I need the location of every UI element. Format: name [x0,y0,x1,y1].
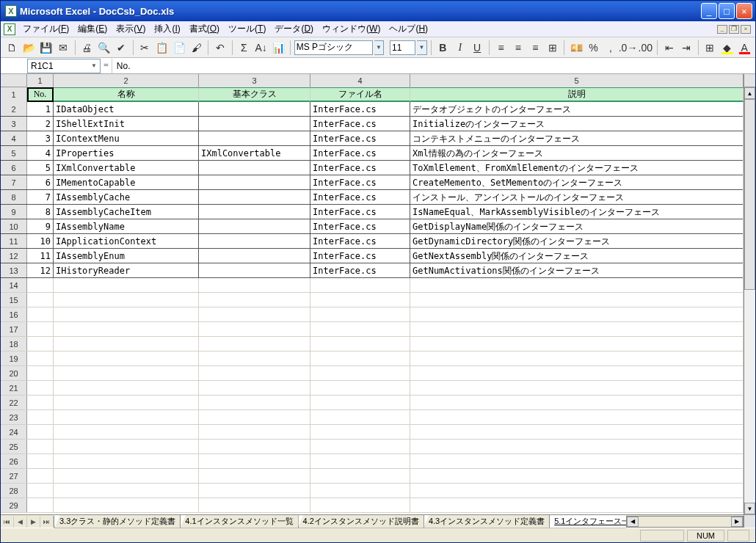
cell-base[interactable] [199,161,310,175]
cell[interactable] [310,307,410,322]
fill-color-button[interactable]: ◆ [719,40,735,56]
row-header[interactable]: 14 [1,278,27,292]
cell[interactable] [410,366,744,381]
chart-button[interactable]: 📊 [270,40,286,56]
mdi-restore-button[interactable]: ❐ [729,25,739,34]
cell[interactable] [54,381,199,396]
cell[interactable] [410,351,744,366]
merge-button[interactable]: ⊞ [545,40,560,56]
hscroll-right-button[interactable]: ▶ [731,517,743,527]
cell-no[interactable]: 5 [27,161,54,175]
row-header[interactable]: 20 [1,366,27,380]
cell[interactable] [199,498,310,513]
cell[interactable] [410,322,744,337]
cell-file[interactable]: InterFace.cs [310,102,410,117]
fontsize-selector[interactable]: 11 [390,40,415,55]
cell-file[interactable]: InterFace.cs [310,249,410,263]
row-header[interactable]: 29 [1,498,27,512]
cell-desc[interactable]: GetDynamicDirectory関係のインターフェース [410,234,744,249]
cell-name[interactable]: IHistoryReader [54,263,199,278]
name-dropdown-icon[interactable]: ▼ [91,62,97,69]
cell[interactable] [54,322,199,337]
cell-desc[interactable]: Xml情報の為のインターフェース [410,146,744,161]
cell-name[interactable]: IXmlConvertable [54,161,199,175]
cell[interactable] [410,484,744,498]
formula-input[interactable]: No. [112,59,755,73]
tab-next-button[interactable]: ▶ [27,516,40,528]
vertical-scrollbar[interactable]: ▲ ▼ [744,74,755,528]
inc-indent-button[interactable]: ⇥ [678,40,694,56]
cell[interactable] [410,425,744,440]
align-center-button[interactable]: ≡ [510,40,526,56]
cell-no[interactable]: 1 [27,102,54,117]
cell[interactable] [27,278,54,293]
spellcheck-button[interactable]: ✔ [113,40,128,56]
cell-no[interactable]: 4 [27,146,54,161]
cell-name[interactable]: IDataObject [54,102,199,117]
row-header[interactable]: 22 [1,396,27,409]
cell-desc[interactable]: データオブジェクトのインターフェース [410,102,744,117]
mdi-minimize-button[interactable]: _ [717,25,727,34]
cell[interactable] [310,410,410,425]
row-header[interactable]: 6 [1,161,27,175]
cell[interactable] [54,454,199,469]
cell[interactable] [310,469,410,484]
cell-base[interactable] [199,234,310,249]
fx-icon[interactable]: = [103,60,109,71]
bold-button[interactable]: B [435,40,451,56]
cell[interactable] [27,307,54,322]
tab-prev-button[interactable]: ◀ [14,516,27,528]
cell[interactable] [27,337,54,351]
currency-button[interactable]: 💴 [568,40,584,56]
cell-base[interactable]: IXmlConvertable [199,146,310,161]
menu-h[interactable]: ヘルプ(H) [385,21,432,37]
cell[interactable] [199,278,310,293]
cell-no[interactable]: 2 [27,117,54,131]
cell[interactable] [310,322,410,337]
cell[interactable] [199,351,310,366]
print-button[interactable]: 🖨 [79,40,95,56]
cell-name[interactable]: IApplicationContext [54,234,199,249]
preview-button[interactable]: 🔍 [96,40,112,56]
menu-o[interactable]: 書式(O) [185,21,224,37]
name-box[interactable]: R1C1 ▼ [27,59,101,73]
cell[interactable] [410,410,744,425]
cell-file[interactable]: InterFace.cs [310,263,410,278]
align-left-button[interactable]: ≡ [493,40,509,56]
cell-file[interactable]: InterFace.cs [310,146,410,161]
cell[interactable] [410,278,744,293]
row-header[interactable]: 12 [1,249,27,263]
vscroll-track[interactable] [744,99,755,503]
cell[interactable] [410,469,744,484]
cell[interactable] [410,440,744,454]
cell[interactable] [54,484,199,498]
col-header-3[interactable]: 3 [199,74,310,87]
row-header[interactable]: 28 [1,484,27,498]
tab-first-button[interactable]: ⏮ [1,516,14,528]
cell-no[interactable]: 11 [27,249,54,263]
cell[interactable] [54,410,199,425]
cell[interactable] [310,454,410,469]
mdi-close-button[interactable]: × [741,25,751,34]
cell[interactable] [27,293,54,307]
row-header[interactable]: 19 [1,351,27,365]
row-header[interactable]: 1 [1,87,27,102]
cell-base[interactable] [199,219,310,234]
cell[interactable] [27,410,54,425]
cell-base[interactable] [199,117,310,131]
cell[interactable] [54,396,199,410]
header-cell-base[interactable]: 基本クラス [199,87,310,102]
col-header-4[interactable]: 4 [310,74,410,87]
row-header[interactable]: 10 [1,219,27,233]
select-all-corner[interactable] [1,74,27,87]
cell-name[interactable]: IAssemblyCacheItem [54,205,199,219]
cell[interactable] [54,278,199,293]
menu-v[interactable]: 表示(V) [112,21,150,37]
cell-name[interactable]: IContextMenu [54,131,199,146]
header-cell-desc[interactable]: 説明 [410,87,744,102]
cell-name[interactable]: IProperties [54,146,199,161]
row-header[interactable]: 17 [1,322,27,336]
cell-no[interactable]: 9 [27,219,54,234]
align-right-button[interactable]: ≡ [528,40,543,56]
cell[interactable] [410,337,744,351]
